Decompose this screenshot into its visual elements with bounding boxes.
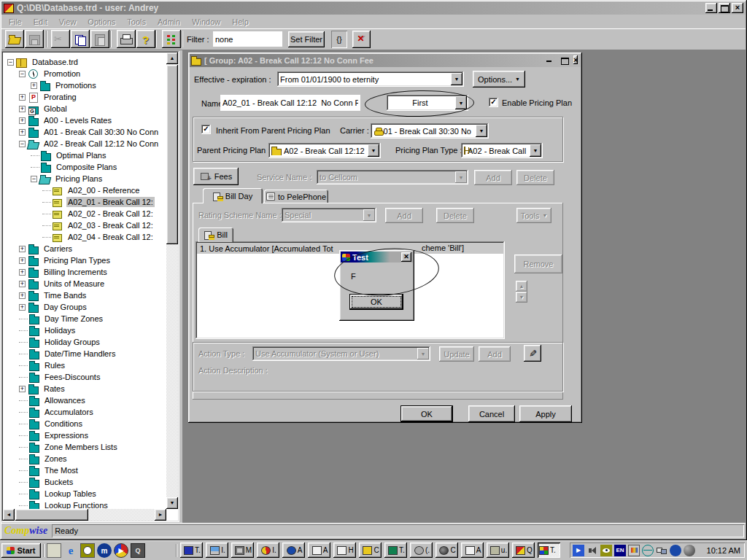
scroll-down-button[interactable]: ▼ [166, 497, 178, 509]
tree-item[interactable]: Conditions [3, 418, 166, 429]
parent-pricing-plan-combo[interactable]: A02 - Break Call 12:12 N▼ [268, 143, 381, 158]
tree-item[interactable]: +Billing Increments [3, 266, 166, 278]
menu-file[interactable]: File [3, 16, 28, 28]
menu-tools[interactable]: Tools [121, 16, 152, 28]
tree-item[interactable]: −Pricing Plans [3, 173, 166, 184]
chevron-down-icon[interactable]: ▼ [530, 144, 541, 157]
open-button[interactable] [5, 30, 24, 48]
tree-expander-plus[interactable]: + [19, 281, 26, 287]
close-button[interactable]: × [732, 3, 743, 13]
tree-item[interactable]: Expressions [3, 429, 166, 441]
tree-item[interactable]: Fees-Discounts [3, 371, 166, 383]
tree-item[interactable]: +Time Bands [3, 289, 166, 301]
inherit-checkbox[interactable]: ✓ [201, 125, 211, 134]
tree-horizontal-scrollbar[interactable]: ◄ ► [3, 509, 166, 521]
tree-expander-plus[interactable]: + [19, 117, 26, 124]
clock-quicklaunch-icon[interactable] [80, 543, 95, 558]
tree-expander-minus[interactable]: − [19, 71, 26, 77]
enable-pricing-plan-checkbox[interactable]: ✓ [489, 98, 498, 107]
tree-item[interactable]: +Day Groups [3, 301, 166, 313]
tree-item[interactable]: Allowances [3, 394, 166, 406]
task-button[interactable]: A [308, 542, 330, 558]
scroll-left-button[interactable]: ◄ [3, 509, 15, 521]
volume-tray-icon[interactable] [587, 545, 598, 556]
pricing-plan-type-combo[interactable]: A02 - Break Call▼ [461, 143, 543, 158]
tab-bill-day[interactable]: Bill Day [203, 188, 263, 203]
dialog-close-button[interactable]: × [573, 55, 578, 64]
globe-tray-icon[interactable] [642, 545, 654, 556]
chevron-down-icon[interactable]: ▼ [476, 125, 487, 137]
menu-edit[interactable]: Edit [28, 16, 53, 28]
ball-tray-icon[interactable] [684, 545, 695, 556]
tree-item[interactable]: Rules [3, 359, 166, 371]
apply-button[interactable]: Apply [519, 405, 572, 422]
tree-expander-plus[interactable]: + [19, 304, 26, 311]
tree-item[interactable]: +Units of Measure [3, 278, 166, 289]
tree-expander-plus[interactable]: + [19, 257, 26, 264]
menu-help[interactable]: Help [226, 16, 255, 28]
tree-item[interactable]: A02_00 - Reference [3, 184, 166, 196]
task-button[interactable]: I. [206, 542, 228, 558]
task-button[interactable]: u. [487, 542, 509, 558]
set-filter-button[interactable]: Set Filter [288, 31, 325, 47]
tree-item[interactable]: +A00 - Levels Rates [3, 114, 166, 126]
copy-button[interactable] [71, 30, 90, 48]
tree-expander-plus[interactable]: + [19, 292, 26, 299]
edit-action-button[interactable] [524, 345, 541, 362]
m-tray-icon[interactable] [670, 545, 681, 556]
options-button[interactable]: Options...▼ [473, 71, 525, 88]
task-button[interactable]: C [359, 542, 382, 558]
help-button[interactable] [136, 30, 155, 48]
tree-item[interactable]: The Most [3, 464, 166, 476]
play-tray-icon[interactable] [573, 545, 584, 556]
menu-admin[interactable]: Admin [152, 16, 186, 28]
tree-item[interactable]: A02_04 - Break Call 12: [3, 231, 166, 243]
effective-expiration-combo[interactable]: From 01/01/1900 to eternity▼ [277, 71, 464, 87]
start-button[interactable]: Start [1, 543, 41, 558]
ie-quicklaunch-icon[interactable]: e [63, 543, 78, 558]
app-title-bar[interactable]: Q:\DB\Database.trd - user: Andrey × [1, 1, 746, 15]
tray-clock[interactable]: 10:12 AM [707, 546, 742, 555]
tree-item[interactable]: −Promotion [3, 68, 166, 79]
eye-tray-icon[interactable] [600, 545, 612, 556]
tree-expander-plus[interactable]: + [31, 82, 37, 89]
tree-expander-minus[interactable]: − [7, 59, 14, 66]
tree-item[interactable]: Lookup Tables [3, 488, 166, 499]
tree-item[interactable]: −A02 - Break Call 12:12 No Conn [3, 138, 166, 149]
tree-item[interactable]: +Rates [3, 383, 166, 394]
dialog-title-bar[interactable]: [ Group: A02 - Break Call 12:12 No Conn … [190, 54, 581, 67]
task-button[interactable]: H [333, 542, 356, 558]
scrollbar-thumb[interactable] [15, 509, 88, 521]
tree-expander-plus[interactable]: + [19, 129, 26, 136]
tree-item[interactable]: +Global [3, 103, 166, 114]
filter-input[interactable] [213, 31, 282, 47]
tree-item[interactable]: Composite Plans [3, 161, 166, 173]
desktop-quicklaunch-icon[interactable] [47, 543, 61, 558]
tree-item[interactable]: +Promotions [3, 79, 166, 91]
ok-button[interactable]: OK [400, 405, 453, 422]
tree-item[interactable]: A02_02 - Break Call 12: [3, 208, 166, 219]
test-ok-button[interactable]: OK [349, 294, 403, 310]
tree-item[interactable]: A02_01 - Break Call 12: [3, 196, 166, 208]
tree-item[interactable]: Zone Members Lists [3, 441, 166, 453]
braces-toggle-button[interactable]: {} [331, 31, 347, 48]
tree-item[interactable]: Buckets [3, 476, 166, 488]
display-tray-icon[interactable] [628, 545, 640, 556]
network-tray-icon[interactable] [656, 545, 667, 556]
tree-item[interactable]: Zones [3, 453, 166, 464]
chevron-down-icon[interactable]: ▼ [368, 144, 379, 157]
minimize-button[interactable] [705, 3, 717, 13]
task-button[interactable]: C [436, 542, 458, 558]
task-button[interactable]: (. [410, 542, 433, 558]
tree-item[interactable]: +A01 - Break Call 30:30 No Conn [3, 126, 166, 138]
tree-expander-plus[interactable]: + [19, 246, 26, 252]
tree-item[interactable]: Holiday Groups [3, 336, 166, 348]
tree-item[interactable]: −Database.trd [3, 56, 166, 68]
tree-item[interactable]: +Prorating [3, 91, 166, 103]
menu-view[interactable]: View [53, 16, 82, 28]
levels-button[interactable] [162, 30, 181, 48]
tree-item[interactable]: Optimal Plans [3, 149, 166, 161]
tree-expander-plus[interactable]: + [19, 106, 26, 112]
task-button[interactable]: T. [538, 542, 560, 558]
tree-vertical-scrollbar[interactable]: ▲ ▼ [166, 52, 178, 509]
